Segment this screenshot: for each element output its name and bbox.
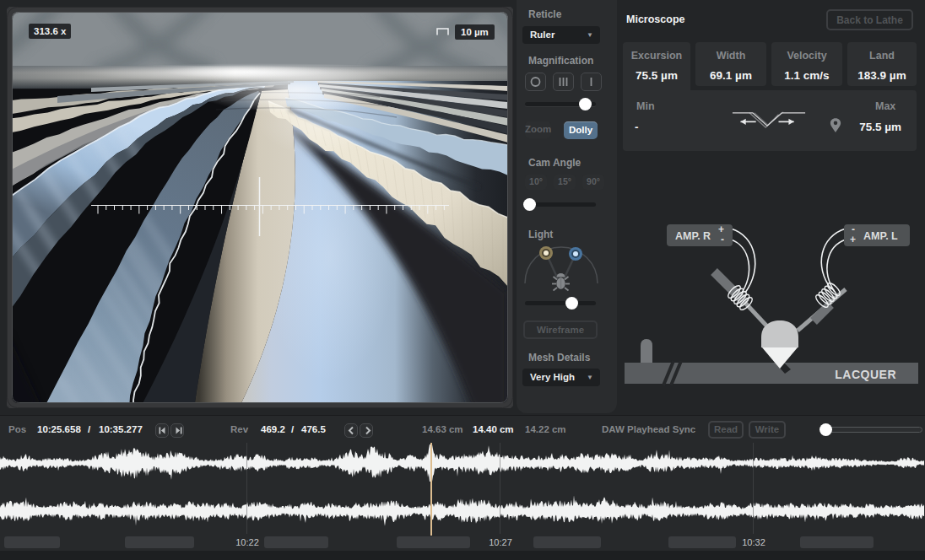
svg-text:AMP. L: AMP. L bbox=[863, 230, 898, 242]
svg-text:-: - bbox=[721, 234, 724, 245]
svg-text:+: + bbox=[850, 234, 856, 245]
svg-text:AMP. R: AMP. R bbox=[675, 230, 711, 242]
svg-text:LACQUER: LACQUER bbox=[835, 368, 896, 381]
